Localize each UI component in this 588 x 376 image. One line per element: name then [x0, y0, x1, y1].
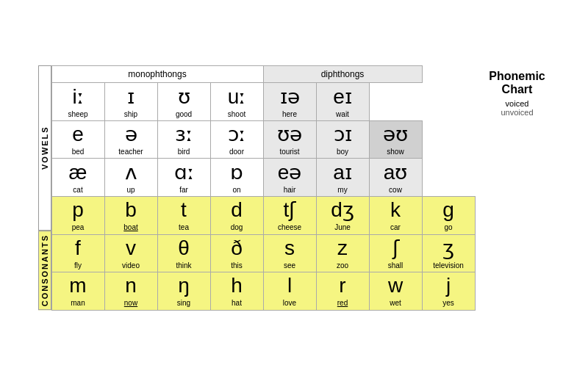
cell-g: g go: [422, 196, 475, 234]
cell-r: r red: [316, 272, 369, 311]
consonant-row-3: m man n now ŋ sing h hat: [51, 272, 475, 311]
cell-a-long: ɑː far: [157, 159, 210, 197]
cell-i-short: ɪ ship: [104, 83, 157, 121]
cell-upsilon: ʊ good: [157, 83, 210, 121]
cell-m: m man: [51, 272, 104, 311]
side-labels: VOWELS CONSONANTS: [38, 65, 51, 310]
cell-ch: tʃ cheese: [263, 196, 316, 234]
header-row: monophthongs diphthongs: [51, 66, 475, 83]
cell-ei: eɪ wait: [316, 83, 369, 121]
vowel-row-2: e bed ə teacher ɜː bird ɔː door: [51, 120, 475, 159]
cell-theta: θ think: [157, 234, 210, 272]
cell-ae: æ cat: [51, 159, 104, 197]
diphthongs-header: diphthongs: [263, 66, 422, 83]
cell-d: d dog: [210, 196, 263, 234]
cell-ia: ɪə here: [263, 83, 316, 121]
cell-ua: ʊə tourist: [263, 120, 316, 159]
cell-au: aʊ cow: [369, 159, 422, 197]
cell-dz: dʒ June: [316, 196, 369, 234]
cell-o-short: ɒ on: [210, 159, 263, 197]
cell-j: j yes: [422, 272, 475, 311]
cell-ou: əʊ show: [369, 120, 422, 159]
cell-l: l love: [263, 272, 316, 311]
page-container: VOWELS CONSONANTS monophthongs diphthong…: [31, 58, 558, 317]
cell-sh: ʃ shall: [369, 234, 422, 272]
cell-eth: ð this: [210, 234, 263, 272]
voiced-label: voiced: [489, 99, 546, 108]
vowel-row-1: iː sheep ɪ ship ʊ good uː shoot: [51, 83, 475, 121]
chart-wrapper: VOWELS CONSONANTS monophthongs diphthong…: [38, 65, 476, 310]
cell-z: z zoo: [316, 234, 369, 272]
vowel-row-3: æ cat ʌ up ɑː far ɒ on: [51, 159, 475, 197]
cell-ng: ŋ sing: [157, 272, 210, 311]
phonemic-chart-title: Phonemic Chart: [489, 70, 546, 96]
cell-ea: eə hair: [263, 159, 316, 197]
cell-e: e bed: [51, 120, 104, 159]
phonemic-table: monophthongs diphthongs iː sheep ɪ ship: [51, 65, 476, 310]
consonant-row-2: f fly v video θ think ð this: [51, 234, 475, 272]
cell-h: h hat: [210, 272, 263, 311]
cell-u-long: uː shoot: [210, 83, 263, 121]
cell-wedge: ʌ up: [104, 159, 157, 197]
cell-oi: ɔɪ boy: [316, 120, 369, 159]
cell-k: k car: [369, 196, 422, 234]
cell-t: t tea: [157, 196, 210, 234]
monophthongs-header: monophthongs: [51, 66, 263, 83]
cell-f: f fly: [51, 234, 104, 272]
unvoiced-label: unvoiced: [489, 108, 546, 117]
cell-i-long: iː sheep: [51, 83, 104, 121]
cell-s: s see: [263, 234, 316, 272]
vowels-label: VOWELS: [38, 65, 51, 231]
cell-w: w wet: [369, 272, 422, 311]
cell-v: v video: [104, 234, 157, 272]
phonemic-info-box: Phonemic Chart voiced unvoiced: [484, 65, 551, 121]
cell-schwa: ə teacher: [104, 120, 157, 159]
cell-n: n now: [104, 272, 157, 311]
cell-zh: ʒ television: [422, 234, 475, 272]
consonants-label: CONSONANTS: [38, 231, 51, 310]
cell-ai: aɪ my: [316, 159, 369, 197]
cell-p: p pea: [51, 196, 104, 234]
consonant-row-1: p pea b boat t tea d dog: [51, 196, 475, 234]
cell-er-long: ɜː bird: [157, 120, 210, 159]
cell-b: b boat: [104, 196, 157, 234]
cell-o-long: ɔː door: [210, 120, 263, 159]
